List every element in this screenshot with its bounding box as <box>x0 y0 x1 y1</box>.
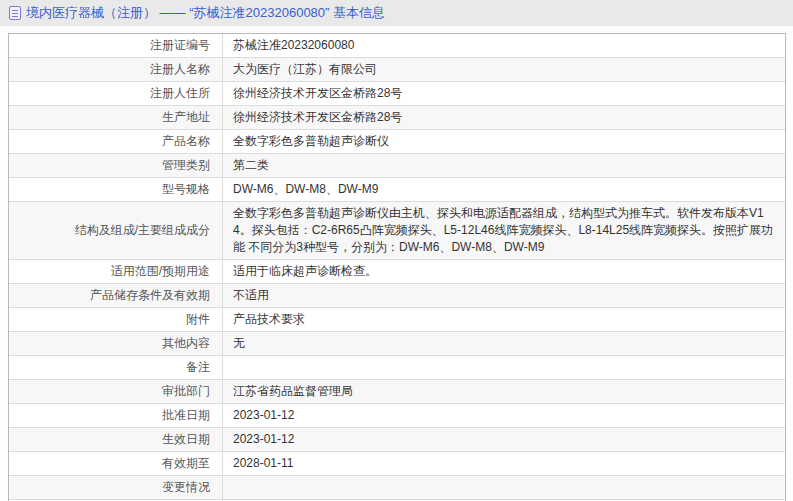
row-value: 第二类 <box>223 154 785 177</box>
row-label-text: 生效日期 <box>162 431 210 448</box>
document-icon <box>9 6 21 20</box>
row-label: 产品储存条件及有效期 <box>9 284 223 307</box>
row-label: 批准日期 <box>9 404 223 427</box>
row-label-text: 生产地址 <box>162 109 210 126</box>
table-row: 变更情况 <box>9 475 785 499</box>
row-label: 注册证编号 <box>9 34 223 57</box>
registration-info-table: 注册证编号苏械注准20232060080注册人名称大为医疗（江苏）有限公司注册人… <box>8 33 786 501</box>
row-label: 型号规格 <box>9 178 223 201</box>
row-value-text: 无 <box>233 335 245 352</box>
row-label: 审批部门 <box>9 380 223 403</box>
table-row: 产品名称全数字彩色多普勒超声诊断仪 <box>9 129 785 153</box>
row-value: 苏械注准20232060080 <box>223 34 785 57</box>
row-value: 全数字彩色多普勒超声诊断仪 <box>223 130 785 153</box>
row-label: 产品名称 <box>9 130 223 153</box>
row-label: 适用范围/预期用途 <box>9 260 223 283</box>
row-value-text: 2023-01-12 <box>233 407 294 424</box>
row-label: 变更情况 <box>9 476 223 499</box>
row-value-text: 全数字彩色多普勒超声诊断仪 <box>233 133 389 150</box>
row-label-text: 附件 <box>186 311 210 328</box>
row-label-text: 管理类别 <box>162 157 210 174</box>
row-value: 全数字彩色多普勒超声诊断仪由主机、探头和电源适配器组成，结构型式为推车式。软件发… <box>223 202 785 259</box>
row-label-text: 注册证编号 <box>150 37 210 54</box>
table-row: 管理类别第二类 <box>9 153 785 177</box>
row-value: 徐州经济技术开发区金桥路28号 <box>223 82 785 105</box>
row-label-text: 有效期至 <box>162 455 210 472</box>
row-label: 备注 <box>9 356 223 379</box>
row-value-text: 适用于临床超声诊断检查。 <box>233 263 377 280</box>
row-value: 2023-01-12 <box>223 404 785 427</box>
row-label: 其他内容 <box>9 332 223 355</box>
table-row: 结构及组成/主要组成成分全数字彩色多普勒超声诊断仪由主机、探头和电源适配器组成，… <box>9 201 785 259</box>
row-label-text: 产品储存条件及有效期 <box>90 287 210 304</box>
row-value-text: 江苏省药品监督管理局 <box>233 383 353 400</box>
table-row: 备注 <box>9 355 785 379</box>
table-row: 其他内容无 <box>9 331 785 355</box>
row-value <box>223 476 785 499</box>
row-label-text: 适用范围/预期用途 <box>111 263 210 280</box>
row-label-text: 批准日期 <box>162 407 210 424</box>
row-label: 生效日期 <box>9 428 223 451</box>
row-value-text: 不适用 <box>233 287 269 304</box>
table-row: 审批部门江苏省药品监督管理局 <box>9 379 785 403</box>
row-label: 附件 <box>9 308 223 331</box>
table-row: 产品储存条件及有效期不适用 <box>9 283 785 307</box>
row-value-text: DW-M6、DW-M8、DW-M9 <box>233 181 378 198</box>
row-value-text: 2028-01-11 <box>233 455 294 472</box>
table-row: 注册人名称大为医疗（江苏）有限公司 <box>9 57 785 81</box>
row-value-text: 徐州经济技术开发区金桥路28号 <box>233 109 402 126</box>
page-header: 境内医疗器械（注册） —— “苏械注准20232060080” 基本信息 <box>0 0 793 26</box>
row-value <box>223 356 785 379</box>
row-value-text: 大为医疗（江苏）有限公司 <box>233 61 377 78</box>
table-row: 生效日期2023-01-12 <box>9 427 785 451</box>
row-value-text: 全数字彩色多普勒超声诊断仪由主机、探头和电源适配器组成，结构型式为推车式。软件发… <box>233 205 775 256</box>
table-row: 有效期至2028-01-11 <box>9 451 785 475</box>
row-value: 2023-01-12 <box>223 428 785 451</box>
table-row: 型号规格DW-M6、DW-M8、DW-M9 <box>9 177 785 201</box>
row-value-text: 产品技术要求 <box>233 311 305 328</box>
row-value-text: 徐州经济技术开发区金桥路28号 <box>233 85 402 102</box>
row-label-text: 注册人住所 <box>150 85 210 102</box>
row-value: 适用于临床超声诊断检查。 <box>223 260 785 283</box>
row-label: 生产地址 <box>9 106 223 129</box>
page-title: 境内医疗器械（注册） —— “苏械注准20232060080” 基本信息 <box>26 4 385 22</box>
row-value: 产品技术要求 <box>223 308 785 331</box>
row-label-text: 审批部门 <box>162 383 210 400</box>
row-value-text: 苏械注准20232060080 <box>233 37 354 54</box>
row-label: 有效期至 <box>9 452 223 475</box>
row-value-text: 第二类 <box>233 157 269 174</box>
row-label-text: 注册人名称 <box>150 61 210 78</box>
row-value: 大为医疗（江苏）有限公司 <box>223 58 785 81</box>
row-label-text: 产品名称 <box>162 133 210 150</box>
row-label-text: 型号规格 <box>162 181 210 198</box>
table-row: 注册人住所徐州经济技术开发区金桥路28号 <box>9 81 785 105</box>
row-value: 江苏省药品监督管理局 <box>223 380 785 403</box>
row-label-text: 变更情况 <box>162 479 210 496</box>
row-value: 无 <box>223 332 785 355</box>
row-value-text: 2023-01-12 <box>233 431 294 448</box>
row-value: 2028-01-11 <box>223 452 785 475</box>
row-label-text: 结构及组成/主要组成成分 <box>75 222 210 239</box>
row-label: 注册人住所 <box>9 82 223 105</box>
table-row: 生产地址徐州经济技术开发区金桥路28号 <box>9 105 785 129</box>
table-row: 注册证编号苏械注准20232060080 <box>9 34 785 57</box>
table-row: 附件产品技术要求 <box>9 307 785 331</box>
row-label: 注册人名称 <box>9 58 223 81</box>
row-label-text: 备注 <box>186 359 210 376</box>
row-label: 管理类别 <box>9 154 223 177</box>
row-label-text: 其他内容 <box>162 335 210 352</box>
table-row: 适用范围/预期用途适用于临床超声诊断检查。 <box>9 259 785 283</box>
row-label: 结构及组成/主要组成成分 <box>9 202 223 259</box>
table-row: 批准日期2023-01-12 <box>9 403 785 427</box>
row-value: 徐州经济技术开发区金桥路28号 <box>223 106 785 129</box>
row-value: 不适用 <box>223 284 785 307</box>
row-value: DW-M6、DW-M8、DW-M9 <box>223 178 785 201</box>
